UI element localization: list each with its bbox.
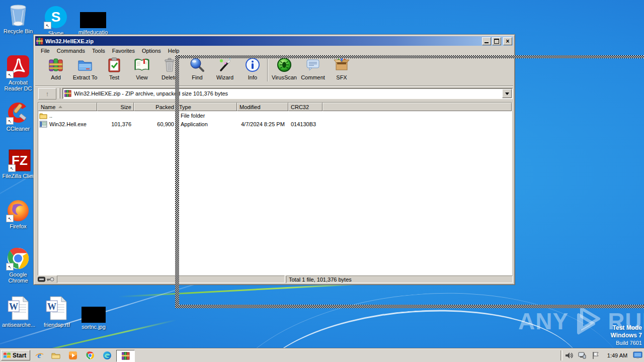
add-button[interactable]: Add: [42, 57, 70, 84]
shortcut-arrow-icon: ↖: [6, 117, 14, 125]
cell-crc32: 014130B3: [288, 121, 323, 127]
redacted-thumbnail: [80, 12, 106, 28]
column-header-name[interactable]: Name: [38, 103, 97, 111]
menu-help[interactable]: Help: [165, 47, 183, 55]
media-player-icon[interactable]: [68, 351, 77, 360]
column-header-packed[interactable]: Packed: [134, 103, 177, 111]
desktop-icon-ccleaner[interactable]: ↖ CCleaner: [2, 101, 34, 132]
column-header-size[interactable]: Size: [97, 103, 134, 111]
desktop-icon-antisearch-doc[interactable]: W antisearche...: [1, 296, 36, 328]
show-desktop-icon[interactable]: [633, 351, 642, 359]
key-status-icon: [46, 276, 54, 283]
minimize-icon: [485, 42, 489, 43]
column-label: CRC32: [291, 104, 309, 110]
icon-label: Firefox: [10, 223, 27, 229]
desktop-icon-filezilla[interactable]: FZ ↖ FileZilla Client: [2, 149, 37, 179]
column-label: Type: [179, 104, 191, 110]
menu-file[interactable]: File: [37, 47, 53, 55]
file-list: Name Size Packed Type Modified CRC32: [38, 102, 512, 276]
redacted-thumbnail: [82, 307, 106, 323]
toolbar-label: VirusScan: [272, 74, 297, 80]
volume-icon[interactable]: [565, 351, 574, 360]
toolbar-label: Test: [109, 74, 119, 80]
wizard-wand-icon: [217, 57, 233, 73]
badge-build: Build 7601: [610, 339, 642, 346]
window-title: Win32.HellEXE.zip: [45, 38, 481, 44]
sfx-button[interactable]: SFX: [328, 57, 356, 84]
test-mode-badge: Test Mode Windows 7 Build 7601: [610, 324, 642, 346]
taskbar-clock[interactable]: 1:49 AM: [605, 349, 630, 362]
info-button[interactable]: Info: [238, 57, 267, 84]
test-button[interactable]: Test: [100, 57, 128, 84]
virus-scan-icon: [276, 57, 292, 73]
column-label: Size: [121, 104, 131, 110]
find-button[interactable]: Find: [183, 57, 211, 84]
network-icon[interactable]: [578, 351, 587, 360]
address-text: Win32.HellEXE.zip - ZIP archive, unpacke…: [74, 90, 502, 97]
wizard-button[interactable]: Wizard: [211, 57, 239, 84]
address-dropdown-button[interactable]: [502, 89, 512, 98]
cell-type: Application: [177, 121, 237, 127]
edge-icon[interactable]: [103, 351, 112, 360]
column-header-type[interactable]: Type: [177, 103, 237, 111]
delete-button[interactable]: Delete: [155, 57, 184, 84]
icon-label: sortnc.jpg: [82, 324, 106, 330]
desktop-icon-redacted-bottom[interactable]: sortnc.jpg: [75, 307, 112, 330]
column-header-crc32[interactable]: CRC32: [288, 103, 323, 111]
icon-label: Acrobat Reader DC: [3, 79, 34, 92]
virusscan-button[interactable]: VirusScan: [270, 57, 298, 84]
taskbar-winrar-button[interactable]: [116, 350, 135, 362]
cell-type: File folder: [177, 113, 237, 119]
desktop-icon-friendsp-doc[interactable]: W friendsp.rtf: [39, 296, 74, 328]
desktop-icon-redacted-top[interactable]: milfeducatio: [74, 12, 112, 35]
menu-tools[interactable]: Tools: [89, 47, 109, 55]
shortcut-arrow-icon: ↖: [6, 215, 14, 222]
sort-ascending-icon: [58, 106, 62, 108]
toolbar: Add Extract To Test: [35, 55, 513, 86]
desktop-icon-skype[interactable]: S ↖ Skype: [41, 5, 70, 36]
desktop: Recycle Bin S ↖ Skype milfeducatio ↖ Acr…: [0, 0, 644, 362]
address-combobox[interactable]: Win32.HellEXE.zip - ZIP archive, unpacke…: [62, 88, 513, 99]
start-label: Start: [13, 352, 26, 359]
anyrun-logo-icon: [572, 305, 605, 338]
drag-marquee-left: [175, 55, 179, 308]
toolbar-label: Comment: [301, 74, 325, 80]
maximize-button[interactable]: [492, 37, 501, 45]
action-center-flag-icon[interactable]: [591, 351, 600, 360]
desktop-icon-recycle-bin[interactable]: Recycle Bin: [2, 3, 34, 34]
up-one-level-button[interactable]: ↑: [38, 88, 56, 100]
title-bar[interactable]: Win32.HellEXE.zip ×: [35, 36, 513, 46]
column-header-modified[interactable]: Modified: [237, 103, 288, 111]
comment-button[interactable]: Comment: [299, 57, 327, 84]
taskbar: Start e: [0, 348, 644, 362]
view-button[interactable]: View: [128, 57, 156, 84]
find-magnifier-icon: [189, 57, 205, 73]
winrar-mini-icon: [64, 90, 71, 97]
toolbar-label: Find: [192, 74, 202, 80]
folder-icon: [39, 112, 47, 119]
desktop-icon-chrome[interactable]: ↖ Google Chrome: [2, 246, 34, 284]
minimize-button[interactable]: [482, 37, 491, 45]
table-row-parent-dir[interactable]: .. File folder: [38, 111, 512, 120]
shortcut-arrow-icon: ↖: [6, 71, 14, 78]
close-button[interactable]: ×: [503, 37, 512, 45]
list-header: Name Size Packed Type Modified CRC32: [38, 103, 512, 111]
start-button[interactable]: Start: [1, 350, 30, 360]
table-row-file[interactable]: Win32.Hell.exe 101,376 60,900 Applicatio…: [38, 120, 512, 128]
maximize-icon: [494, 39, 499, 44]
badge-test-mode: Test Mode: [610, 324, 642, 332]
extract-to-button[interactable]: Extract To: [71, 57, 99, 84]
windows-explorer-icon[interactable]: [51, 351, 60, 360]
desktop-icon-acrobat[interactable]: ↖ Acrobat Reader DC: [2, 54, 34, 92]
add-archive-icon: [48, 57, 64, 73]
chrome-taskbar-icon[interactable]: [86, 351, 95, 360]
menu-favorites[interactable]: Favorites: [109, 47, 138, 55]
column-label: Packed: [155, 104, 174, 110]
cell-modified: 4/7/2024 8:25 PM: [237, 121, 288, 127]
menu-commands[interactable]: Commands: [53, 47, 89, 55]
menu-options[interactable]: Options: [138, 47, 165, 55]
sfx-box-icon: [334, 57, 350, 73]
drag-marquee-top: [176, 55, 644, 58]
desktop-icon-firefox[interactable]: ↖ Firefox: [2, 198, 34, 229]
internet-explorer-icon[interactable]: e: [35, 351, 44, 360]
